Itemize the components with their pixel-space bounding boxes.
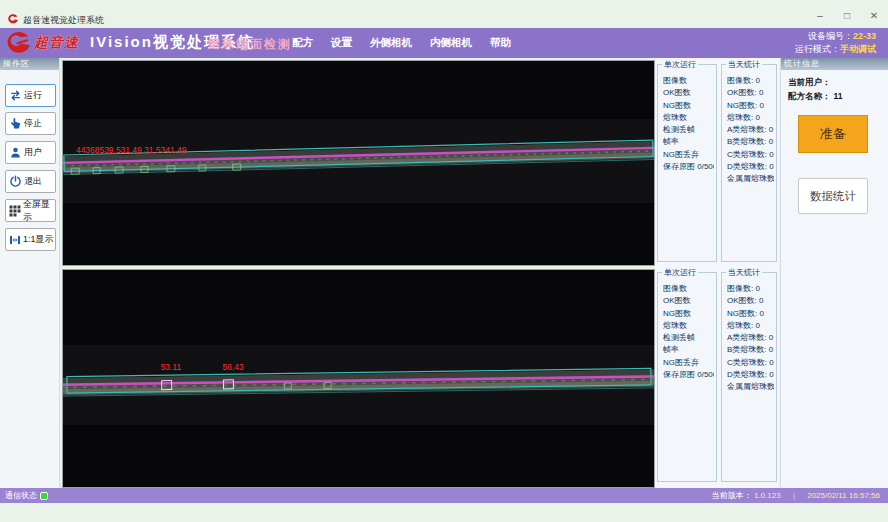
daily-stats-title: 当天统计	[726, 59, 762, 70]
version-info: 当前版本： 1.0.123 | 2025/02/11 16:57:56	[712, 488, 880, 503]
stat-row: 图像数	[663, 75, 714, 87]
stat-row: 保存原图 0/500	[663, 369, 714, 381]
status-bar: 通信状态： 当前版本： 1.0.123 | 2025/02/11 16:57:5…	[0, 488, 888, 503]
recipe-name-row: 配方名称：11	[788, 91, 843, 103]
data-statistics-button[interactable]: 数据统计	[798, 178, 868, 214]
stat-row: 保存原图 0/500	[663, 161, 714, 173]
device-number-value: 22-33	[853, 31, 876, 41]
app-window: 超音速视觉处理系统 – □ ✕ 超音速 IVision视觉处理系统 熔珠端面检测…	[0, 0, 888, 522]
ready-button[interactable]: 准备	[798, 115, 868, 153]
stat-row: B类熔珠数: 0	[727, 344, 774, 356]
one-to-one-button[interactable]: 1:1显示	[5, 228, 56, 251]
one-to-one-icon	[9, 234, 21, 246]
window-titlebar: 超音速视觉处理系统 – □ ✕	[0, 0, 888, 28]
measurement-overlay-text: 44368539.531.49 31.5341.49	[76, 145, 187, 155]
stat-row: NG图数	[663, 100, 714, 112]
single-run-title: 单次运行	[662, 59, 698, 70]
run-mode-value: 手动调试	[840, 44, 876, 54]
device-info: 设备编号：22-33 运行模式：手动调试	[795, 30, 876, 56]
user-button-label: 用户	[24, 146, 42, 159]
stat-row: C类熔珠数: 0	[727, 357, 774, 369]
stat-row: 图像数: 0	[727, 75, 774, 87]
stat-row: 熔珠数: 0	[727, 112, 774, 124]
stat-row: OK图数	[663, 87, 714, 99]
statistics-area: 单次运行 图像数 OK图数 NG图数 熔珠数 检测丢帧 帧率 NG图丢弃 保存原…	[655, 58, 779, 488]
operation-sidebar: 操作区 运行 停止 用户 退出	[0, 58, 60, 488]
stat-row: 帧率	[663, 136, 714, 148]
stop-icon	[9, 117, 22, 130]
user-icon	[9, 146, 22, 159]
menu-settings[interactable]: 设置	[331, 36, 352, 50]
stat-row: OK图数: 0	[727, 87, 774, 99]
measurement-label: 56.43	[222, 362, 243, 372]
run-button[interactable]: 运行	[5, 84, 56, 107]
maximize-button[interactable]: □	[839, 9, 855, 23]
info-panel: 统计信息 当前用户： 配方名称：11 准备 数据统计	[780, 58, 888, 488]
stat-row: 图像数: 0	[727, 283, 774, 295]
stop-button[interactable]: 停止	[5, 112, 56, 135]
menu-inner-camera[interactable]: 内侧相机	[430, 36, 472, 50]
current-user-row: 当前用户：	[788, 77, 834, 89]
stat-row: C类熔珠数: 0	[727, 149, 774, 161]
menu-help[interactable]: 帮助	[490, 36, 511, 50]
separator: |	[793, 491, 795, 500]
version-label: 当前版本：	[712, 491, 752, 500]
fullscreen-button[interactable]: 全屏显示	[5, 199, 56, 222]
stat-row: A类熔珠数: 0	[727, 124, 774, 136]
close-button[interactable]: ✕	[866, 9, 882, 23]
stat-row: 检测丢帧	[663, 332, 714, 344]
stat-row: NG图数: 0	[727, 308, 774, 320]
exit-button-label: 退出	[24, 175, 42, 188]
stop-button-label: 停止	[24, 117, 42, 130]
stat-row: OK图数	[663, 295, 714, 307]
stat-row: NG图丢弃	[663, 149, 714, 161]
header-bar: 超音速 IVision视觉处理系统 熔珠端面检测 配方 设置 外侧相机 内侧相机…	[0, 28, 888, 58]
stat-row: 金属屑熔珠数: 0	[727, 173, 774, 185]
menu-outer-camera[interactable]: 外侧相机	[370, 36, 412, 50]
brand-logo-icon	[5, 30, 32, 56]
comm-status-label: 通信状态：	[5, 488, 45, 503]
daily-stats-title: 当天统计	[726, 267, 762, 278]
window-title: 超音速视觉处理系统	[23, 14, 104, 27]
stat-row: 帧率	[663, 344, 714, 356]
run-icon	[9, 89, 22, 102]
daily-stats-group: 当天统计 图像数: 0 OK图数: 0 NG图数: 0 熔珠数: 0 A类熔珠数…	[721, 64, 777, 262]
stat-row: 检测丢帧	[663, 124, 714, 136]
stat-row: D类熔珠数: 0	[727, 161, 774, 173]
current-user-label: 当前用户：	[788, 77, 831, 87]
exit-button[interactable]: 退出	[5, 170, 56, 193]
menu-recipe[interactable]: 配方	[292, 36, 313, 50]
stat-row: D类熔珠数: 0	[727, 369, 774, 381]
inner-camera-stats: 单次运行 图像数 OK图数 NG图数 熔珠数 检测丢帧 帧率 NG图丢弃 保存原…	[655, 272, 779, 484]
exit-icon	[9, 175, 22, 188]
minimize-button[interactable]: –	[812, 9, 828, 23]
stat-row: 熔珠数	[663, 112, 714, 124]
stat-row: A类熔珠数: 0	[727, 332, 774, 344]
stat-row: 熔珠数	[663, 320, 714, 332]
measurement-label: 53.11	[161, 362, 182, 372]
stat-row: NG图数: 0	[727, 100, 774, 112]
recipe-name-value: 11	[834, 91, 843, 101]
stat-row: NG图丢弃	[663, 357, 714, 369]
device-number-label: 设备编号：	[808, 31, 853, 41]
info-panel-title: 统计信息	[781, 58, 888, 70]
comm-status-indicator	[40, 492, 48, 500]
single-run-group: 单次运行 图像数 OK图数 NG图数 熔珠数 检测丢帧 帧率 NG图丢弃 保存原…	[657, 64, 717, 262]
stat-row: 熔珠数: 0	[727, 320, 774, 332]
sidebar-title: 操作区	[0, 58, 59, 70]
recipe-name-label: 配方名称：	[788, 91, 831, 101]
stat-row: 图像数	[663, 283, 714, 295]
version-value: 1.0.123	[754, 491, 781, 500]
one-to-one-button-label: 1:1显示	[23, 233, 54, 246]
run-button-label: 运行	[24, 89, 42, 102]
stat-row: 金属屑熔珠数: 0	[727, 381, 774, 393]
outer-camera-image[interactable]: 44368539.531.49 31.5341.49	[62, 60, 655, 266]
fullscreen-button-label: 全屏显示	[23, 198, 55, 224]
user-button[interactable]: 用户	[5, 141, 56, 164]
main-menu: 配方 设置 外侧相机 内侧相机 帮助	[292, 28, 511, 58]
single-run-group: 单次运行 图像数 OK图数 NG图数 熔珠数 检测丢帧 帧率 NG图丢弃 保存原…	[657, 272, 717, 482]
inner-camera-image[interactable]: 53.11 56.43	[62, 269, 655, 488]
stat-row: NG图数	[663, 308, 714, 320]
app-subtitle: 熔珠端面检测	[208, 36, 292, 53]
stat-row: B类熔珠数: 0	[727, 136, 774, 148]
